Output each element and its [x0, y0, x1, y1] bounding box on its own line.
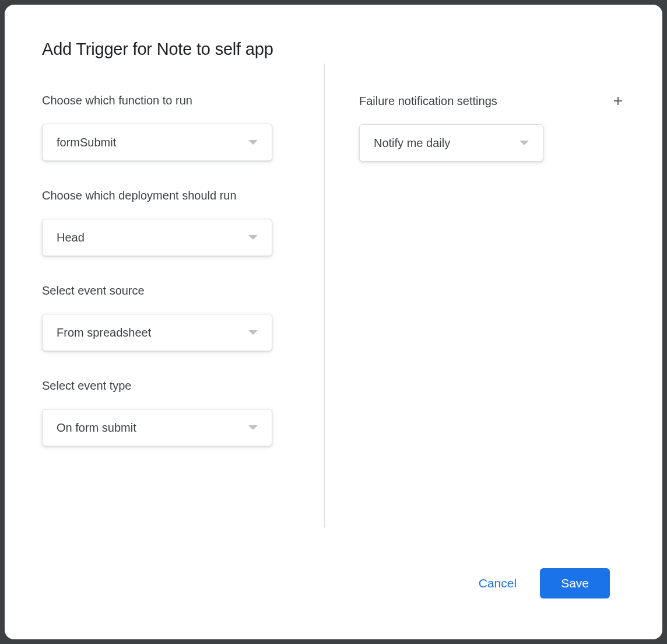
deployment-value: Head: [57, 231, 248, 244]
chevron-down-icon: [519, 141, 529, 145]
left-column: Choose which function to run formSubmit …: [42, 94, 310, 545]
function-dropdown[interactable]: formSubmit: [42, 124, 272, 161]
event-type-value: On form submit: [57, 421, 248, 435]
column-divider: [324, 64, 325, 527]
failure-notification-value: Notify me daily: [374, 136, 519, 150]
function-label: Choose which function to run: [42, 94, 310, 107]
right-column: Failure notification settings Notify me …: [359, 94, 625, 545]
add-trigger-dialog: Add Trigger for Note to self app Choose …: [5, 5, 662, 639]
cancel-button[interactable]: Cancel: [476, 572, 519, 595]
chevron-down-icon: [248, 425, 258, 430]
event-source-label: Select event source: [42, 284, 310, 298]
failure-settings-header: Failure notification settings: [359, 94, 625, 108]
event-type-dropdown[interactable]: On form submit: [42, 409, 272, 446]
save-button[interactable]: Save: [540, 568, 610, 598]
failure-settings-label: Failure notification settings: [359, 94, 497, 108]
deployment-label: Choose which deployment should run: [42, 189, 310, 202]
chevron-down-icon: [248, 330, 258, 335]
event-source-dropdown[interactable]: From spreadsheet: [42, 314, 272, 351]
deployment-field-group: Choose which deployment should run Head: [42, 189, 310, 256]
event-type-label: Select event type: [42, 379, 310, 393]
dialog-body: Choose which function to run formSubmit …: [5, 59, 662, 545]
function-field-group: Choose which function to run formSubmit: [42, 94, 310, 161]
chevron-down-icon: [248, 235, 258, 240]
dialog-title: Add Trigger for Note to self app: [42, 40, 625, 59]
chevron-down-icon: [248, 140, 258, 145]
dialog-footer: Cancel Save: [5, 545, 662, 639]
failure-notification-dropdown[interactable]: Notify me daily: [359, 124, 543, 162]
failure-settings-field-group: Failure notification settings Notify me …: [359, 94, 625, 162]
plus-icon: [611, 94, 625, 108]
add-notification-button[interactable]: [611, 94, 625, 108]
function-value: formSubmit: [57, 136, 248, 149]
event-source-field-group: Select event source From spreadsheet: [42, 284, 310, 351]
event-source-value: From spreadsheet: [57, 326, 248, 340]
event-type-field-group: Select event type On form submit: [42, 379, 310, 446]
deployment-dropdown[interactable]: Head: [42, 219, 272, 256]
dialog-header: Add Trigger for Note to self app: [5, 5, 662, 59]
